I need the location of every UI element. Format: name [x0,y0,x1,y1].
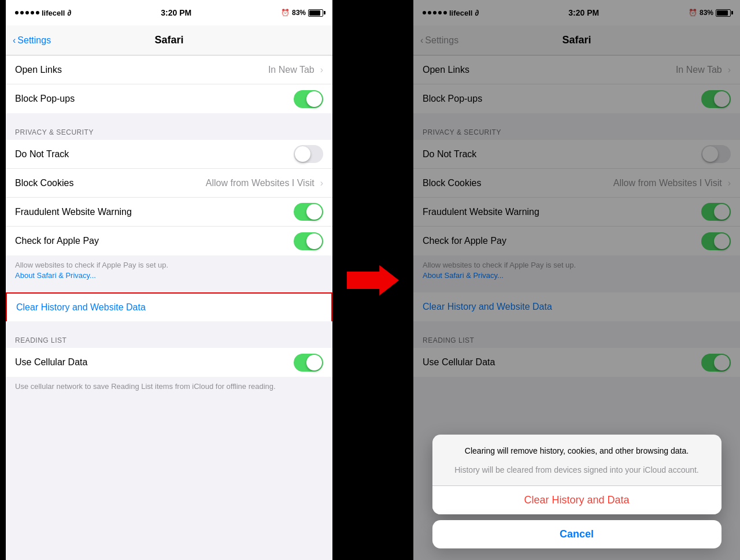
carrier-label: lifecell [42,9,65,17]
confirmation-dialog: Clearing will remove history, cookies, a… [432,435,722,514]
check-apple-pay-toggle[interactable] [294,232,323,250]
signal-icon [15,11,39,14]
spacer1 [6,113,332,119]
clear-history-group: Clear History and Website Data [6,292,332,321]
clear-history-label: Clear History and Website Data [16,302,146,313]
svg-marker-0 [347,265,399,295]
chevron-right-icon2: › [320,178,323,188]
do-not-track-toggle[interactable] [294,145,323,163]
dialog-overlay: Clearing will remove history, cookies, a… [413,0,740,560]
reading-list-group: Use Cellular Data [6,348,332,377]
spacer3 [6,321,332,327]
spacer2 [6,287,332,292]
block-cookies-item[interactable]: Block Cookies Allow from Websites I Visi… [6,169,332,198]
block-popups-item[interactable]: Block Pop-ups [6,84,332,113]
block-cookies-value: Allow from Websites I Visit [206,178,314,188]
dialog-content: Clearing will remove history, cookies, a… [432,435,722,485]
check-apple-pay-item[interactable]: Check for Apple Pay [6,227,332,255]
footer-text-content: Allow websites to check if Apple Pay is … [15,261,168,269]
dialog-sub-message: History will be cleared from devices sig… [444,464,710,476]
apple-pay-footer: Allow websites to check if Apple Pay is … [6,255,332,287]
right-arrow-icon [347,263,399,298]
page-title: Safari [154,34,183,46]
battery-icon [308,9,323,17]
wifi-icon: ∂ [67,8,71,17]
back-button[interactable]: ‹ Settings [13,35,51,46]
block-cookies-label: Block Cookies [15,178,206,188]
fraudulent-warning-toggle[interactable] [294,203,323,221]
nav-bar-left: ‹ Settings Safari [6,25,332,55]
check-apple-pay-label: Check for Apple Pay [15,236,294,246]
time-label: 3:20 PM [161,8,191,17]
cancel-button[interactable]: Cancel [432,520,722,548]
do-not-track-label: Do Not Track [15,149,294,160]
right-panel: lifecell ∂ 3:20 PM ⏰ 83% ‹ Settings Safa… [413,0,740,560]
use-cellular-label: Use Cellular Data [15,357,294,368]
chevron-right-icon: › [320,65,323,75]
status-bar-left: lifecell ∂ 3:20 PM ⏰ 83% [6,0,332,25]
fraudulent-warning-item[interactable]: Fraudulent Website Warning [6,198,332,227]
do-not-track-item[interactable]: Do Not Track [6,140,332,169]
general-group: Open Links In New Tab › Block Pop-ups [6,55,332,113]
back-label: Settings [17,35,51,46]
dialog-primary-message: Clearing will remove history, cookies, a… [444,445,710,457]
block-popups-toggle[interactable] [294,90,323,108]
cancel-label: Cancel [560,528,594,540]
left-panel: lifecell ∂ 3:20 PM ⏰ 83% ‹ Settings Safa… [6,0,332,560]
reading-list-section-header: READING LIST [6,327,332,348]
confirm-clear-label: Clear History and Data [524,494,629,506]
status-bar-left-section: lifecell ∂ [15,8,71,17]
clear-history-item[interactable]: Clear History and Website Data [6,292,332,321]
about-safari-link[interactable]: About Safari & Privacy... [15,271,96,280]
alarm-icon: ⏰ [281,9,290,17]
use-cellular-toggle[interactable] [294,354,323,372]
open-links-label: Open Links [15,65,268,75]
block-popups-label: Block Pop-ups [15,94,294,104]
arrow-container [332,0,413,560]
settings-list-left: Open Links In New Tab › Block Pop-ups PR… [6,55,332,560]
open-links-value: In New Tab [268,65,314,75]
chevron-left-icon: ‹ [13,35,16,46]
confirm-clear-button[interactable]: Clear History and Data [432,486,722,514]
privacy-section-header: PRIVACY & SECURITY [6,119,332,140]
use-cellular-item[interactable]: Use Cellular Data [6,348,332,377]
status-bar-right-section: ⏰ 83% [281,9,323,17]
cellular-footer: Use cellular network to save Reading Lis… [6,377,332,398]
open-links-item[interactable]: Open Links In New Tab › [6,55,332,84]
privacy-group: Do Not Track Block Cookies Allow from We… [6,140,332,255]
battery-percent: 83% [292,9,306,17]
fraudulent-warning-label: Fraudulent Website Warning [15,207,294,217]
